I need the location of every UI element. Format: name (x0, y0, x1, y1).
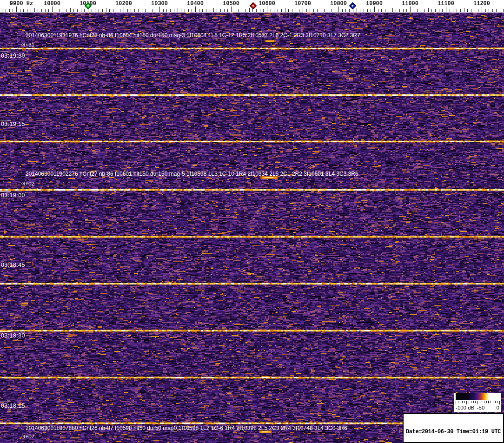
db-scale-labels: -100 dB -50 0 (454, 405, 501, 412)
frequency-ruler: 9900 Hz100001010010200103001040010500106… (0, 0, 504, 13)
freq-label-11100: 11100 (438, 0, 454, 7)
freq-label-9900: 9900 Hz (10, 0, 33, 7)
freq-label-10800: 10800 (330, 0, 347, 7)
freq-label-10300: 10300 (151, 0, 168, 7)
db-min-label: -100 dB (456, 405, 474, 410)
freq-label-11200: 11200 (473, 0, 490, 7)
info-date-time-line: Date=2014-06-30 Time=01:19 UTC (406, 429, 503, 436)
freq-label-11000: 11000 (402, 0, 418, 7)
db-mid-label: -50 (477, 405, 485, 410)
freq-label-10400: 10400 (187, 0, 204, 7)
blue-marker-dot (351, 5, 353, 7)
db-color-gradient-bar (456, 393, 499, 400)
meteor-echo-spectrogram-app: 9900 Hz100001010010200103001040010500106… (0, 0, 504, 443)
freq-label-10900: 10900 (366, 0, 383, 7)
freq-label-10200: 10200 (115, 0, 132, 7)
db-scale-ticks (456, 401, 500, 404)
spectrogram-waterfall[interactable] (0, 13, 504, 443)
freq-label-10500: 10500 (223, 0, 239, 7)
freq-label-10600: 10600 (259, 0, 275, 7)
red-marker-dot (252, 5, 254, 7)
db-color-scale: -100 dB -50 0 (454, 393, 501, 412)
freq-label-10700: 10700 (294, 0, 311, 7)
freq-label-10000: 10000 (44, 0, 60, 7)
green-marker-dot (87, 5, 89, 7)
db-max-label: 0 (497, 405, 499, 410)
observation-info-box: Date=2014-06-30 Time=01:19 UTC Freq=143 … (403, 413, 504, 443)
